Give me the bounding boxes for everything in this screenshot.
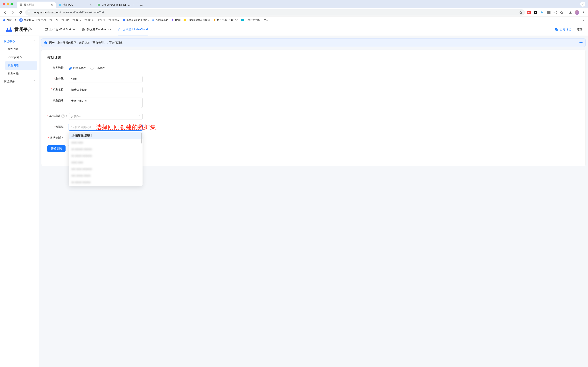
extension-icon-1[interactable]: FB (526, 10, 531, 15)
chevron-down-icon: ˅ (139, 78, 140, 81)
start-train-button[interactable]: 开始训练 (47, 145, 66, 152)
svg-point-16 (554, 12, 555, 12)
downloads-icon[interactable] (568, 10, 573, 15)
dataset-dropdown: 17-情绪分类识别 xxxx xxxx xx xxxxxx xxxxxx xx … (69, 131, 143, 186)
row-dataset: 数据集： 17-情绪分类识别 ˅ 选择刚刚创建的数据集 17-情绪分类识别 xx… (47, 124, 580, 131)
browser-titlebar: 模型训练 ✕ 我的PBC ✕ ChnSentiCorp_htl_all - 飞书… (0, 0, 588, 8)
bookmark-item[interactable]: Huggingface 镜像站 (183, 18, 210, 22)
sidebar-group-services[interactable]: 模型服务 ˅ (1, 78, 37, 85)
textarea-model-desc[interactable] (69, 98, 143, 108)
extension-icon-3[interactable] (540, 10, 545, 15)
url-bar[interactable]: gongga.xiaoduoai.com/modelcloud/modelCen… (25, 9, 525, 16)
reload-button[interactable] (17, 9, 24, 16)
window-minimize-dot[interactable] (7, 3, 9, 5)
close-icon[interactable]: ✕ (132, 3, 134, 6)
svg-point-27 (214, 19, 215, 20)
bookmark-folder[interactable]: 娱乐 (72, 18, 81, 22)
bookmark-item[interactable]: Ant Design (151, 18, 168, 22)
brand[interactable]: 贡嘎平台 (5, 27, 32, 33)
extension-icon-5[interactable] (553, 10, 558, 15)
nav-label: 云模型 ModelCloud (123, 28, 148, 31)
radio-existing[interactable]: 已有模型 (90, 67, 106, 70)
help-icon[interactable]: ? (61, 115, 65, 118)
forum-link[interactable]: 官方论坛 (554, 28, 571, 31)
select-dataset[interactable]: 17-情绪分类识别 ˅ (69, 124, 143, 131)
gear-icon[interactable] (579, 41, 583, 45)
select-bizline[interactable]: 知我 ˅ (69, 76, 143, 83)
sidebar-item-prompt-list[interactable]: Prompt列表 (5, 53, 37, 61)
page-title: 模型训练 (47, 55, 580, 60)
extension-icon-2[interactable]: X (533, 10, 538, 15)
bookmark-label: urls (65, 18, 69, 21)
close-icon[interactable]: ✕ (90, 3, 92, 6)
tab-2[interactable]: ChnSentiCorp_htl_all - 飞书云 ✕ (94, 1, 137, 8)
extension-icon-4[interactable] (546, 10, 551, 15)
select-base-model[interactable]: 分类Bert ˅ (69, 113, 143, 120)
row-base-model: 基座模型 ?： 分类Bert ˅ (47, 113, 580, 120)
folder-icon (98, 18, 101, 22)
url-host: gongga.xiaoduoai.com (33, 11, 60, 14)
nav-workstation[interactable]: 工作台 WorkStation (44, 26, 75, 33)
dropdown-option[interactable]: xx xxxxx xxxxxx (69, 179, 143, 185)
kebab-menu-icon[interactable]: ⋮ (581, 10, 586, 15)
forward-button[interactable] (10, 9, 16, 16)
site-settings-icon[interactable] (28, 11, 31, 14)
bookmark-folder[interactable]: urls (61, 18, 69, 22)
dropdown-option[interactable]: xxxx xxxx (69, 159, 143, 166)
input-model-name[interactable] (69, 87, 143, 93)
sidebar-item-model-train[interactable]: 模型训练 (5, 61, 37, 70)
nav-dataharbor[interactable]: 数据港 DataHarbor (82, 26, 112, 33)
dropdown-option[interactable]: xx xxxxx xxxxxxx (69, 152, 143, 159)
radio-create-new[interactable]: 创建新模型 (69, 67, 86, 70)
window-zoom-dot[interactable] (10, 3, 13, 5)
back-button[interactable] (2, 9, 8, 16)
dropdown-option[interactable]: xxx xxxxx xxxxx (69, 172, 143, 179)
browser-toolbar: gongga.xiaoduoai.com/modelcloud/modelCen… (0, 8, 588, 17)
tab-1[interactable]: 我的PBC ✕ (56, 1, 94, 8)
svg-rect-8 (28, 13, 29, 13)
row-model-name: 模型名称： (47, 87, 580, 93)
bookmark-item[interactable]: 用户中心 - CroLAX (213, 18, 238, 22)
bookmark-item[interactable]: Bard (171, 18, 180, 22)
radio-ring-icon (69, 67, 72, 70)
sidebar-item-model-exp[interactable]: 模型体验 (5, 70, 37, 78)
bookmark-item[interactable]: 《爱在西元前》-努... (241, 18, 268, 22)
sidebar-group-models[interactable]: 模型中心 ˄ (1, 38, 37, 45)
bookmark-folder[interactable]: 知我AI (108, 18, 119, 22)
dropdown-option[interactable]: xxxx xxxx (69, 139, 143, 146)
bookmark-item[interactable]: 译 百度翻译 (19, 18, 34, 22)
tab-0[interactable]: 模型训练 ✕ (17, 1, 56, 8)
dropdown-option[interactable]: xxx xxxx xxxxxxx (69, 166, 143, 172)
folder-icon (37, 18, 40, 22)
select-value: 知我 (71, 77, 77, 81)
close-icon[interactable]: ✕ (51, 3, 53, 6)
label-dataset-version: 数据集版本： (47, 135, 69, 140)
dropdown-option[interactable]: 17-情绪分类识别 (69, 132, 143, 139)
chevron-down-icon[interactable] (580, 1, 585, 7)
svg-rect-14 (547, 11, 550, 14)
bookmark-folder[interactable]: 工作 (49, 18, 58, 22)
extensions-puzzle-icon[interactable] (559, 10, 564, 15)
window-close-dot[interactable] (3, 3, 5, 5)
dropdown-scrollbar[interactable] (141, 133, 142, 143)
row-bizline: 业务线： 知我 ˅ (47, 76, 580, 83)
bookmark-item[interactable]: model-cloud平台2... (122, 18, 149, 22)
bookmarks-overflow-icon[interactable]: » (582, 18, 586, 21)
new-tab-button[interactable] (138, 3, 144, 8)
nav-modelcloud[interactable]: 云模型 ModelCloud (118, 26, 148, 33)
bookmark-folder[interactable]: 学习 (37, 18, 46, 22)
bookmark-label: 知我AI (112, 18, 119, 22)
label-text: 基座模型 (49, 114, 60, 117)
svg-rect-9 (29, 13, 30, 13)
bookmark-star-icon[interactable] (519, 11, 522, 14)
chevron-down-icon: ˅ (139, 115, 140, 118)
dropdown-option[interactable]: xx xxxxxx xxxxxx (69, 146, 143, 152)
bookmark-folder[interactable]: 微软云 (84, 18, 96, 22)
user-menu[interactable]: 陈毫 (577, 28, 583, 31)
label-model-select: 模型选择： (47, 65, 69, 70)
profile-avatar[interactable] (574, 10, 580, 15)
sidebar-item-model-list[interactable]: 模型列表 (5, 45, 37, 53)
chevron-down-icon: ˅ (139, 126, 140, 129)
bookmark-item[interactable]: 百度一下 (2, 18, 17, 22)
bookmark-folder[interactable]: AI (98, 18, 105, 22)
